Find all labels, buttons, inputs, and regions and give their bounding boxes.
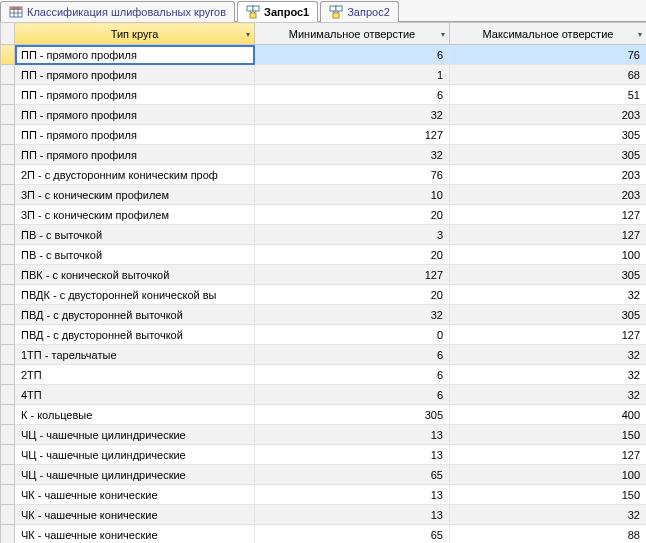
- row-selector[interactable]: [1, 385, 15, 405]
- cell-type[interactable]: 3П - с коническим профилем: [15, 205, 255, 225]
- table-row[interactable]: ЧК - чашечные конические1332: [1, 505, 647, 525]
- column-header-1[interactable]: Минимальное отверстие▾: [255, 23, 450, 45]
- cell-min[interactable]: 20: [255, 205, 450, 225]
- cell-max[interactable]: 32: [450, 385, 647, 405]
- cell-type[interactable]: ПП - прямого профиля: [15, 65, 255, 85]
- table-row[interactable]: ЧЦ - чашечные цилиндрические13150: [1, 425, 647, 445]
- cell-max[interactable]: 150: [450, 485, 647, 505]
- row-selector[interactable]: [1, 205, 15, 225]
- cell-min[interactable]: 32: [255, 105, 450, 125]
- row-selector[interactable]: [1, 105, 15, 125]
- table-row[interactable]: ЧК - чашечные конические6588: [1, 525, 647, 544]
- row-selector[interactable]: [1, 65, 15, 85]
- column-header-0[interactable]: Тип круга▾: [15, 23, 255, 45]
- cell-type[interactable]: ПП - прямого профиля: [15, 85, 255, 105]
- cell-min[interactable]: 20: [255, 245, 450, 265]
- table-row[interactable]: 4ТП632: [1, 385, 647, 405]
- cell-type[interactable]: ПВК - с конической выточкой: [15, 265, 255, 285]
- cell-max[interactable]: 32: [450, 365, 647, 385]
- cell-max[interactable]: 203: [450, 185, 647, 205]
- cell-type[interactable]: К - кольцевые: [15, 405, 255, 425]
- table-row[interactable]: ПВД - с двусторонней выточкой0127: [1, 325, 647, 345]
- select-all-rows[interactable]: [1, 23, 15, 45]
- cell-max[interactable]: 127: [450, 205, 647, 225]
- table-row[interactable]: ЧЦ - чашечные цилиндрические13127: [1, 445, 647, 465]
- cell-max[interactable]: 32: [450, 345, 647, 365]
- cell-type[interactable]: 1ТП - тарельчатые: [15, 345, 255, 365]
- cell-min[interactable]: 6: [255, 365, 450, 385]
- cell-max[interactable]: 305: [450, 125, 647, 145]
- row-selector[interactable]: [1, 225, 15, 245]
- cell-max[interactable]: 305: [450, 145, 647, 165]
- cell-max[interactable]: 76: [450, 45, 647, 65]
- row-selector[interactable]: [1, 445, 15, 465]
- row-selector[interactable]: [1, 185, 15, 205]
- cell-min[interactable]: 13: [255, 425, 450, 445]
- cell-max[interactable]: 68: [450, 65, 647, 85]
- table-row[interactable]: 3П - с коническим профилем20127: [1, 205, 647, 225]
- cell-type[interactable]: ПП - прямого профиля: [15, 45, 255, 65]
- cell-type[interactable]: ПВД - с двусторонней выточкой: [15, 305, 255, 325]
- table-row[interactable]: 2П - с двусторонним коническим проф76203: [1, 165, 647, 185]
- row-selector[interactable]: [1, 405, 15, 425]
- cell-type[interactable]: ЧЦ - чашечные цилиндрические: [15, 425, 255, 445]
- row-selector[interactable]: [1, 505, 15, 525]
- table-row[interactable]: ПП - прямого профиля32305: [1, 145, 647, 165]
- row-selector[interactable]: [1, 45, 15, 65]
- cell-min[interactable]: 13: [255, 445, 450, 465]
- row-selector[interactable]: [1, 365, 15, 385]
- tab-1[interactable]: Запрос1: [237, 1, 318, 22]
- row-selector[interactable]: [1, 85, 15, 105]
- cell-type[interactable]: ПВД - с двусторонней выточкой: [15, 325, 255, 345]
- cell-min[interactable]: 32: [255, 145, 450, 165]
- table-row[interactable]: ПП - прямого профиля676: [1, 45, 647, 65]
- cell-type[interactable]: ЧЦ - чашечные цилиндрические: [15, 445, 255, 465]
- table-row[interactable]: 1ТП - тарельчатые632: [1, 345, 647, 365]
- cell-min[interactable]: 6: [255, 385, 450, 405]
- table-row[interactable]: ПП - прямого профиля127305: [1, 125, 647, 145]
- cell-type[interactable]: ПВ - с выточкой: [15, 225, 255, 245]
- table-row[interactable]: ЧК - чашечные конические13150: [1, 485, 647, 505]
- cell-min[interactable]: 0: [255, 325, 450, 345]
- cell-max[interactable]: 400: [450, 405, 647, 425]
- table-row[interactable]: ПВД - с двусторонней выточкой32305: [1, 305, 647, 325]
- row-selector[interactable]: [1, 125, 15, 145]
- table-row[interactable]: ПВДК - с двусторонней конической вы2032: [1, 285, 647, 305]
- cell-min[interactable]: 65: [255, 525, 450, 544]
- cell-min[interactable]: 6: [255, 345, 450, 365]
- row-selector[interactable]: [1, 525, 15, 544]
- row-selector[interactable]: [1, 465, 15, 485]
- cell-type[interactable]: ПП - прямого профиля: [15, 145, 255, 165]
- table-row[interactable]: ЧЦ - чашечные цилиндрические65100: [1, 465, 647, 485]
- cell-min[interactable]: 13: [255, 485, 450, 505]
- cell-max[interactable]: 150: [450, 425, 647, 445]
- cell-type[interactable]: 4ТП: [15, 385, 255, 405]
- cell-max[interactable]: 88: [450, 525, 647, 544]
- cell-min[interactable]: 305: [255, 405, 450, 425]
- column-header-2[interactable]: Максимальное отверстие▾: [450, 23, 647, 45]
- tab-2[interactable]: Запрос2: [320, 1, 399, 22]
- table-row[interactable]: ПВК - с конической выточкой127305: [1, 265, 647, 285]
- cell-min[interactable]: 13: [255, 505, 450, 525]
- cell-type[interactable]: ЧЦ - чашечные цилиндрические: [15, 465, 255, 485]
- cell-type[interactable]: 2ТП: [15, 365, 255, 385]
- cell-type[interactable]: 2П - с двусторонним коническим проф: [15, 165, 255, 185]
- cell-min[interactable]: 6: [255, 45, 450, 65]
- cell-max[interactable]: 127: [450, 445, 647, 465]
- cell-max[interactable]: 100: [450, 245, 647, 265]
- cell-max[interactable]: 305: [450, 305, 647, 325]
- cell-type[interactable]: ЧК - чашечные конические: [15, 485, 255, 505]
- cell-max[interactable]: 127: [450, 325, 647, 345]
- cell-min[interactable]: 20: [255, 285, 450, 305]
- cell-min[interactable]: 127: [255, 265, 450, 285]
- row-selector[interactable]: [1, 285, 15, 305]
- chevron-down-icon[interactable]: ▾: [246, 29, 250, 38]
- cell-min[interactable]: 3: [255, 225, 450, 245]
- cell-min[interactable]: 127: [255, 125, 450, 145]
- cell-min[interactable]: 10: [255, 185, 450, 205]
- cell-type[interactable]: 3П - с коническим профилем: [15, 185, 255, 205]
- table-row[interactable]: 3П - с коническим профилем10203: [1, 185, 647, 205]
- chevron-down-icon[interactable]: ▾: [441, 29, 445, 38]
- cell-min[interactable]: 76: [255, 165, 450, 185]
- cell-max[interactable]: 32: [450, 505, 647, 525]
